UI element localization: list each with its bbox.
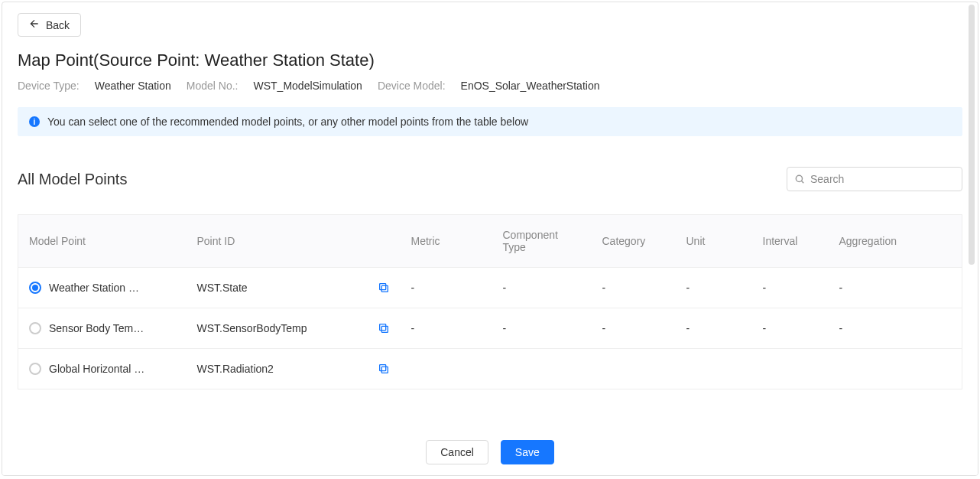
table-row[interactable]: Weather Station … WST.State - - - <box>18 268 962 308</box>
col-metric: Metric <box>401 215 492 268</box>
copy-icon[interactable] <box>378 363 390 375</box>
cell-category <box>592 349 676 389</box>
meta-device-model: Device Model: EnOS_Solar_WeatherStation <box>378 80 600 92</box>
col-category: Category <box>592 215 676 268</box>
cell-interval: - <box>752 268 829 308</box>
cell-component-type <box>492 349 592 389</box>
back-label: Back <box>46 19 70 31</box>
row-radio[interactable] <box>29 322 41 334</box>
row-radio[interactable] <box>29 363 41 375</box>
cell-component-type: - <box>492 268 592 308</box>
meta-row: Device Type: Weather Station Model No.: … <box>18 80 962 92</box>
col-interval: Interval <box>752 215 829 268</box>
cell-category: - <box>592 268 676 308</box>
info-icon: i <box>29 116 40 127</box>
meta-label: Device Model: <box>378 80 446 92</box>
meta-device-type: Device Type: Weather Station <box>18 80 171 92</box>
point-id-value: WST.SensorBodyTemp <box>197 322 307 334</box>
section-header: All Model Points <box>18 167 962 191</box>
svg-rect-5 <box>381 367 388 373</box>
cell-interval <box>752 349 829 389</box>
model-point-name: Global Horizontal … <box>49 363 144 375</box>
table-row[interactable]: Global Horizontal … WST.Radiation2 <box>18 349 962 389</box>
cell-unit: - <box>676 268 752 308</box>
section-title: All Model Points <box>18 171 127 188</box>
col-unit: Unit <box>676 215 752 268</box>
cell-metric: - <box>401 268 492 308</box>
point-id-value: WST.Radiation2 <box>197 363 274 375</box>
cell-metric <box>401 349 492 389</box>
meta-model-no: Model No.: WST_ModelSimulation <box>187 80 362 92</box>
svg-rect-3 <box>381 326 388 332</box>
search-icon <box>794 174 805 184</box>
copy-icon[interactable] <box>378 322 390 334</box>
cell-unit: - <box>676 308 752 349</box>
meta-value: WST_ModelSimulation <box>254 80 362 92</box>
row-radio[interactable] <box>29 282 41 294</box>
cell-metric: - <box>401 308 492 349</box>
svg-point-0 <box>796 175 802 181</box>
point-id-value: WST.State <box>197 282 248 294</box>
save-button[interactable]: Save <box>501 440 554 464</box>
svg-rect-4 <box>379 324 385 331</box>
svg-rect-1 <box>381 285 388 292</box>
search-wrap <box>787 167 962 191</box>
back-button[interactable]: Back <box>18 13 81 37</box>
cell-category: - <box>592 308 676 349</box>
cell-component-type: - <box>492 308 592 349</box>
model-points-table: Model Point Point ID Metric Component Ty… <box>18 214 962 389</box>
table-header-row: Model Point Point ID Metric Component Ty… <box>18 215 962 268</box>
svg-rect-2 <box>379 284 385 290</box>
model-point-name: Weather Station … <box>49 282 139 294</box>
footer-bar: Cancel Save <box>2 428 978 475</box>
meta-value: EnOS_Solar_WeatherStation <box>461 80 600 92</box>
info-text: You can select one of the recommended mo… <box>47 116 528 128</box>
page-frame: Back Map Point(Source Point: Weather Sta… <box>2 2 978 476</box>
page-content: Back Map Point(Source Point: Weather Sta… <box>2 2 978 419</box>
copy-icon[interactable] <box>378 282 390 294</box>
col-point-id: Point ID <box>187 215 401 268</box>
col-aggregation: Aggregation <box>829 215 962 268</box>
page-title: Map Point(Source Point: Weather Station … <box>18 51 962 70</box>
cancel-button[interactable]: Cancel <box>426 440 488 464</box>
model-point-name: Sensor Body Tem… <box>49 322 144 334</box>
cell-aggregation <box>829 349 962 389</box>
table-row[interactable]: Sensor Body Tem… WST.SensorBodyTemp - - <box>18 308 962 349</box>
cell-aggregation: - <box>829 268 962 308</box>
cell-unit <box>676 349 752 389</box>
arrow-left-icon <box>29 18 40 31</box>
meta-value: Weather Station <box>95 80 171 92</box>
info-banner: i You can select one of the recommended … <box>18 107 962 136</box>
search-input[interactable] <box>787 167 962 191</box>
cell-aggregation: - <box>829 308 962 349</box>
meta-label: Model No.: <box>187 80 239 92</box>
col-model-point: Model Point <box>18 215 187 268</box>
cell-interval: - <box>752 308 829 349</box>
meta-label: Device Type: <box>18 80 80 92</box>
svg-rect-6 <box>379 365 385 371</box>
col-component-type: Component Type <box>492 215 592 268</box>
